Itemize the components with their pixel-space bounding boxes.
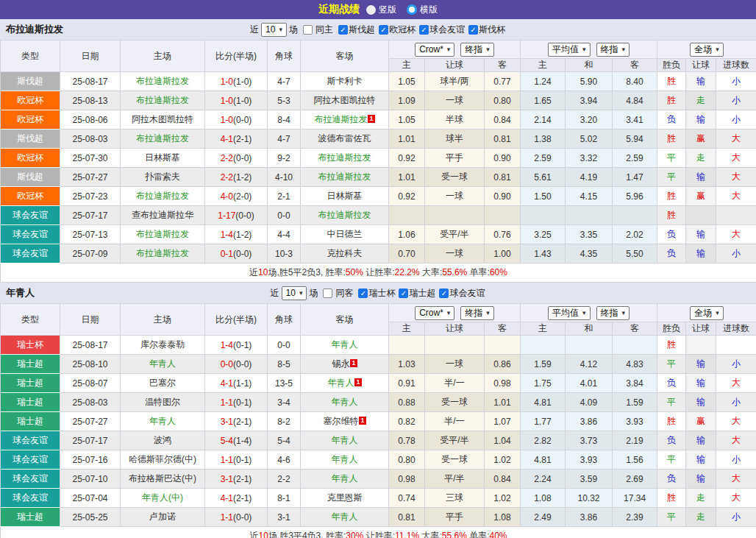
- fulltime-select[interactable]: 全场▾: [690, 306, 724, 320]
- match-count-select[interactable]: 10▾: [261, 23, 287, 37]
- away-team[interactable]: 中日德兰: [301, 225, 389, 244]
- home-team[interactable]: 年青人: [121, 355, 205, 374]
- avg-draw-odds: 5.02: [566, 130, 613, 149]
- bookmaker-select[interactable]: Crow*▾: [415, 43, 454, 57]
- crow-away-odds: 0.81: [485, 168, 521, 187]
- fulltime-score: 1-1: [221, 397, 233, 408]
- league-checkbox[interactable]: ✓: [338, 25, 348, 35]
- away-team[interactable]: 年青人: [301, 470, 389, 489]
- avg-away-odds: 3.93: [613, 412, 657, 431]
- radio-unselected-icon[interactable]: [366, 5, 376, 15]
- crow-home-odds: 0.92: [389, 149, 425, 168]
- league-checkbox[interactable]: ✓: [399, 289, 408, 298]
- corner-count: 13-5: [268, 374, 301, 393]
- league-checkbox[interactable]: ✓: [419, 25, 429, 35]
- home-team[interactable]: 巴塞尔: [121, 374, 205, 393]
- league-checkbox[interactable]: ✓: [468, 25, 478, 35]
- away-team[interactable]: 塞尔维特1: [301, 412, 389, 431]
- average-select[interactable]: 平均值▾: [548, 43, 591, 57]
- home-team[interactable]: 波鸿: [121, 431, 205, 450]
- away-team[interactable]: 年青人1: [301, 374, 389, 393]
- halftime-score: (2-1): [233, 474, 252, 484]
- home-team[interactable]: 布拉迪斯拉发: [121, 130, 205, 149]
- avg-away-odds: [613, 206, 657, 225]
- home-team[interactable]: 布拉迪斯拉发: [121, 72, 205, 91]
- home-team[interactable]: 布拉迪斯拉发: [121, 187, 205, 206]
- away-team[interactable]: 阿拉木图凯拉特: [301, 91, 389, 110]
- away-team[interactable]: 年青人: [301, 336, 389, 355]
- bookmaker-final-select[interactable]: 终指▾: [460, 306, 494, 320]
- home-team[interactable]: 布拉迪斯拉发: [121, 225, 205, 244]
- summary-text: 近10场,胜5平2负3, 胜率:50% 让胜率:22.2% 大率:55.6% 单…: [249, 267, 507, 277]
- away-team[interactable]: 斯卡利卡: [301, 72, 389, 91]
- radio-selected-icon[interactable]: [407, 4, 417, 15]
- crow-away-odds: 1.04: [485, 431, 521, 450]
- horizontal-layout-radio[interactable]: 横版: [407, 4, 438, 16]
- bookmaker-final-select[interactable]: 终指▾: [460, 43, 494, 57]
- home-team[interactable]: 查布拉迪斯拉华: [121, 206, 205, 225]
- result-wdl: 平: [657, 450, 686, 470]
- halftime-score: (0-0): [233, 359, 252, 369]
- away-team[interactable]: 布拉迪斯拉发: [301, 206, 389, 225]
- halftime-score: (2-1): [233, 134, 252, 144]
- avg-away-odds: 1.56: [613, 450, 657, 470]
- average-final-select[interactable]: 终指▾: [596, 43, 630, 57]
- home-team[interactable]: 哈德斯菲尔德(中): [121, 450, 205, 470]
- chevron-down-icon: ▾: [582, 308, 586, 319]
- league-checkbox[interactable]: ✓: [439, 289, 449, 298]
- crow-away-odds: [485, 336, 521, 355]
- col-avg-away: 客: [613, 322, 657, 336]
- col-avg-home: 主: [521, 59, 566, 72]
- away-team[interactable]: 布拉迪斯拉发: [301, 149, 389, 168]
- average-final-select[interactable]: 终指▾: [596, 306, 630, 320]
- home-team[interactable]: 温特图尔: [121, 393, 205, 412]
- result-goals: 小: [716, 450, 756, 470]
- avg-draw-odds: 4.09: [566, 393, 613, 412]
- away-team[interactable]: 克拉科夫: [301, 244, 389, 263]
- away-team[interactable]: 年青人: [301, 450, 389, 470]
- home-team[interactable]: 扑雷索夫: [121, 168, 205, 187]
- home-team[interactable]: 日林斯基: [121, 149, 205, 168]
- league-checkbox[interactable]: ✓: [358, 289, 368, 298]
- table-row: 欧冠杯25-08-06阿拉木图凯拉特1-0(0-0)8-4布拉迪斯拉发11.05…: [1, 110, 756, 130]
- league-badge: 球会友谊: [1, 431, 60, 450]
- home-team[interactable]: 库尔泰泰勒: [121, 336, 205, 355]
- summary-segment: 22.2%: [395, 267, 420, 277]
- away-team[interactable]: 克里恩斯: [301, 489, 389, 508]
- away-team[interactable]: 年青人: [301, 393, 389, 412]
- league-badge: 瑞士超: [1, 508, 60, 527]
- away-team[interactable]: 布拉迪斯拉发1: [301, 110, 389, 130]
- league-checkbox[interactable]: ✓: [379, 25, 388, 35]
- halftime-score: (1-2): [233, 172, 252, 183]
- chevron-down-icon: ▾: [486, 44, 490, 55]
- home-team[interactable]: 布拉迪斯拉发: [121, 91, 205, 110]
- away-team[interactable]: 波德布雷佐瓦: [301, 130, 389, 149]
- corner-count: 8-2: [268, 412, 301, 431]
- home-team[interactable]: 卢加诺: [121, 508, 205, 527]
- crow-handicap: 球半: [425, 130, 485, 149]
- average-select[interactable]: 平均值▾: [548, 306, 591, 320]
- vertical-layout-radio[interactable]: 竖版: [366, 4, 396, 16]
- home-team[interactable]: 布拉迪斯拉发: [121, 244, 205, 263]
- same-venue-checkbox[interactable]: [303, 25, 313, 35]
- home-team[interactable]: 布拉格斯巴达(中): [121, 470, 205, 489]
- col-avg-away: 客: [613, 59, 657, 72]
- bookmaker-select[interactable]: Crow*▾: [415, 306, 454, 320]
- home-team[interactable]: 年青人(中): [121, 489, 205, 508]
- away-team[interactable]: 年青人: [301, 508, 389, 527]
- same-venue-checkbox[interactable]: [323, 289, 332, 298]
- away-team[interactable]: 布拉迪斯拉发: [301, 168, 389, 187]
- league-badge: 球会友谊: [1, 470, 60, 489]
- home-team[interactable]: 年青人: [121, 412, 205, 431]
- away-team[interactable]: 年青人: [301, 431, 389, 450]
- corner-count: 10-3: [268, 244, 301, 263]
- crow-handicap: 一球: [425, 187, 485, 206]
- summary-segment: 50%: [346, 267, 363, 277]
- away-team[interactable]: 日林斯基: [301, 187, 389, 206]
- avg-away-odds: 2.69: [613, 470, 657, 489]
- match-count-select[interactable]: 10▾: [282, 286, 307, 300]
- corner-count: 0-0: [268, 336, 301, 355]
- fulltime-select[interactable]: 全场▾: [690, 43, 724, 57]
- away-team[interactable]: 锡永1: [301, 355, 389, 374]
- home-team[interactable]: 阿拉木图凯拉特: [121, 110, 205, 130]
